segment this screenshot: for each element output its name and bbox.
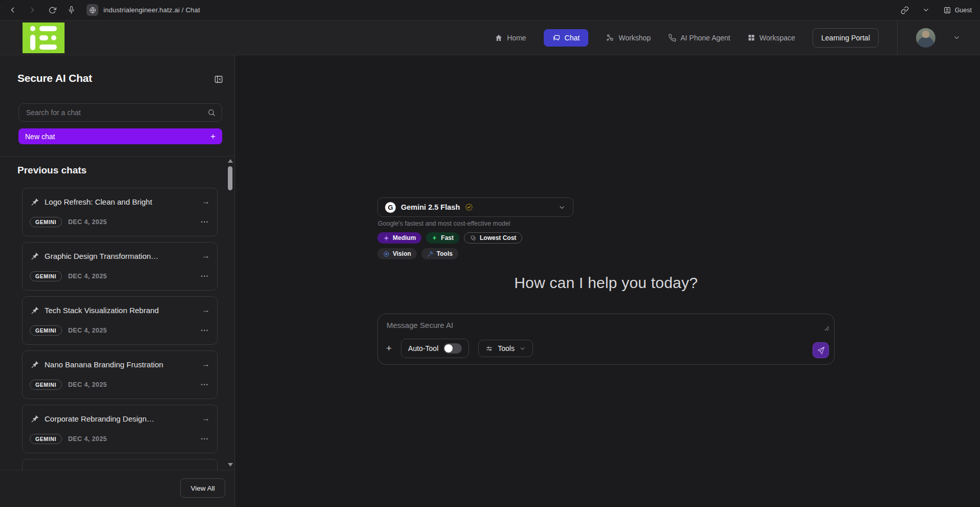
tools-dropdown-button[interactable]: Tools — [478, 340, 533, 357]
open-chat-arrow-icon[interactable]: → — [202, 414, 210, 423]
nav-phone-agent-label: AI Phone Agent — [680, 34, 730, 42]
share-link-icon[interactable] — [901, 6, 909, 14]
model-chevron-icon — [558, 204, 566, 211]
view-all-button[interactable]: View All — [180, 478, 225, 498]
model-badges-row-1: Medium Fast Lowest Cost — [377, 232, 522, 244]
chat-search[interactable] — [18, 103, 222, 122]
sidebar-divider — [0, 156, 235, 157]
nav-workspace[interactable]: Workspace — [748, 34, 795, 42]
gemini-logo-icon: G — [385, 202, 396, 213]
attach-plus-icon[interactable]: + — [386, 343, 392, 354]
model-badge: GEMINI — [30, 217, 62, 227]
search-icon — [207, 108, 216, 117]
chat-options-icon[interactable]: ••• — [201, 219, 209, 225]
chat-title: Logo Refresh: Clean and Bright — [45, 197, 196, 206]
search-input[interactable] — [26, 108, 207, 117]
avatar[interactable] — [916, 28, 935, 48]
nav-chat[interactable]: Chat — [544, 29, 589, 47]
chat-options-icon[interactable]: ••• — [201, 274, 209, 279]
chat-title: Graphic Design Transformation… — [45, 252, 196, 260]
auto-tool-switch[interactable] — [443, 343, 462, 354]
resize-grip-icon[interactable] — [824, 325, 830, 332]
model-badge: GEMINI — [30, 271, 62, 281]
auto-tool-label: Auto-Tool — [408, 344, 438, 352]
chat-card[interactable]: Tech Stack Visualization Rebrand → GEMIN… — [22, 296, 218, 345]
badge-medium: Medium — [377, 232, 421, 244]
tools-label: Tools — [498, 344, 515, 352]
nav-home-label: Home — [507, 34, 526, 42]
profile-chevron-icon[interactable] — [953, 34, 961, 41]
guest-card-icon — [943, 6, 951, 14]
back-icon[interactable] — [8, 6, 17, 14]
pin-icon — [31, 306, 39, 314]
chat-options-icon[interactable]: ••• — [201, 328, 209, 333]
message-composer[interactable]: Message Secure AI + Auto-Tool Tools — [377, 314, 835, 365]
chat-date: DEC 4, 2025 — [68, 381, 107, 388]
chat-options-icon[interactable]: ••• — [201, 436, 209, 442]
address-bar[interactable]: industrialengineer.hatz.ai / Chat — [103, 6, 200, 14]
chat-card-partial[interactable] — [22, 459, 218, 470]
model-badge: GEMINI — [30, 434, 62, 444]
chat-card[interactable]: Graphic Design Transformation… → GEMINI … — [22, 242, 218, 291]
open-chat-arrow-icon[interactable]: → — [202, 197, 210, 206]
chat-date: DEC 4, 2025 — [68, 435, 107, 443]
nav-workshop[interactable]: Workshop — [606, 33, 651, 42]
microphone-icon[interactable] — [68, 6, 75, 14]
chat-date: DEC 4, 2025 — [68, 218, 107, 226]
guest-label: Guest — [955, 7, 972, 14]
model-badge: GEMINI — [30, 325, 62, 336]
guest-profile-button[interactable]: Guest — [943, 6, 972, 14]
tools-chevron-icon — [519, 345, 526, 352]
workspace-grid-icon — [748, 34, 755, 41]
sidebar: Secure AI Chat New chat + Previous chats — [0, 55, 235, 507]
chat-bubbles-icon — [552, 34, 561, 42]
send-plane-icon — [817, 346, 825, 355]
open-chat-arrow-icon[interactable]: → — [202, 360, 210, 369]
forward-icon[interactable] — [28, 6, 37, 14]
bolt-icon — [432, 235, 438, 241]
sliders-icon — [485, 345, 493, 352]
learning-portal-button[interactable]: Learning Portal — [813, 28, 879, 48]
chat-card[interactable]: Corporate Rebranding Design… → GEMINI DE… — [22, 405, 218, 453]
chat-options-icon[interactable]: ••• — [201, 382, 209, 387]
sidebar-title: Secure AI Chat — [17, 72, 92, 84]
scroll-down-icon[interactable] — [228, 463, 233, 467]
collapse-sidebar-icon[interactable] — [214, 75, 223, 84]
sparkle-icon — [383, 235, 390, 241]
pin-icon — [31, 198, 39, 206]
chevron-down-icon[interactable] — [922, 6, 930, 14]
open-chat-arrow-icon[interactable]: → — [202, 251, 210, 260]
chat-card[interactable]: Logo Refresh: Clean and Bright → GEMINI … — [22, 188, 218, 236]
auto-tool-toggle-button[interactable]: Auto-Tool — [401, 339, 469, 358]
coins-icon — [470, 235, 477, 241]
reload-icon[interactable] — [48, 6, 56, 14]
home-icon — [495, 34, 503, 42]
verified-badge-icon — [465, 203, 473, 211]
model-name: Gemini 2.5 Flash — [401, 203, 460, 211]
message-input[interactable]: Message Secure AI — [387, 321, 453, 329]
scrollbar-thumb[interactable] — [228, 166, 232, 190]
nav-ai-phone-agent[interactable]: AI Phone Agent — [668, 34, 730, 42]
tools-icon — [427, 251, 434, 257]
plus-icon: + — [210, 131, 216, 142]
badge-tools: Tools — [421, 248, 458, 259]
pin-icon — [31, 415, 39, 423]
nav-workspace-label: Workspace — [759, 34, 795, 42]
sidebar-footer: View All — [0, 470, 235, 507]
nav-home[interactable]: Home — [495, 34, 526, 42]
app-logo[interactable] — [23, 23, 65, 53]
eye-icon — [383, 251, 390, 257]
new-chat-label: New chat — [25, 133, 55, 141]
badge-lowest-cost: Lowest Cost — [464, 232, 522, 244]
open-chat-arrow-icon[interactable]: → — [202, 305, 210, 315]
welcome-heading: How can I help you today? — [377, 274, 835, 292]
scroll-up-icon[interactable] — [228, 159, 233, 163]
main-content: G Gemini 2.5 Flash Google's fastest and … — [235, 55, 980, 507]
nav-workshop-label: Workshop — [619, 34, 651, 42]
model-selector[interactable]: G Gemini 2.5 Flash — [377, 197, 573, 217]
send-button[interactable] — [813, 342, 829, 358]
sidebar-scrollbar[interactable] — [227, 158, 233, 468]
chat-card[interactable]: Nano Banana Branding Frustration → GEMIN… — [22, 350, 218, 399]
phone-icon — [668, 34, 676, 42]
new-chat-button[interactable]: New chat + — [18, 128, 222, 144]
